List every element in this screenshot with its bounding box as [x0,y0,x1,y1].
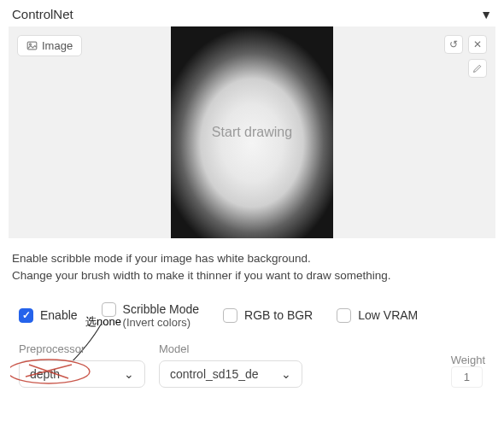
model-select[interactable]: control_sd15_de ⌄ [159,360,302,388]
canvas-area[interactable]: Image Start drawing ↺ ✕ [9,26,495,238]
scribble-sublabel: (Invert colors) [123,316,200,329]
chevron-down-icon: ⌄ [281,367,291,381]
scribble-label: Scribble Mode [123,302,200,316]
canvas-placeholder: Start drawing [212,125,292,140]
help-line-2: Change your brush width to make it thinn… [12,267,492,284]
preprocessor-value: depth [30,367,60,381]
scribble-checkbox[interactable] [102,302,116,317]
help-line-1: Enable scribble mode if your image has w… [12,250,492,267]
pencil-icon [472,63,483,73]
image-upload-button[interactable]: Image [17,35,82,56]
enable-checkbox[interactable] [19,308,33,323]
model-label: Model [159,342,302,355]
edit-button[interactable] [468,59,487,78]
image-button-label: Image [42,39,73,52]
rgb-checkbox[interactable] [223,308,237,323]
weight-input[interactable]: 1 [451,366,483,388]
panel-title: ControlNet [12,7,73,21]
preprocessor-label: Preprocessor [19,342,145,355]
enable-label: Enable [40,308,78,322]
svg-point-1 [29,44,31,45]
preprocessor-select[interactable]: depth ⌄ [19,360,145,388]
chevron-down-icon: ⌄ [124,367,134,381]
lowvram-label: Low VRAM [358,308,418,322]
image-icon [26,40,38,51]
lowvram-checkbox[interactable] [337,308,351,323]
model-value: control_sd15_de [170,367,259,381]
close-button[interactable]: ✕ [468,35,487,54]
rgb-label: RGB to BGR [244,308,313,322]
undo-button[interactable]: ↺ [444,35,463,54]
weight-label: Weight [451,354,485,366]
collapse-icon[interactable]: ▼ [480,8,492,21]
